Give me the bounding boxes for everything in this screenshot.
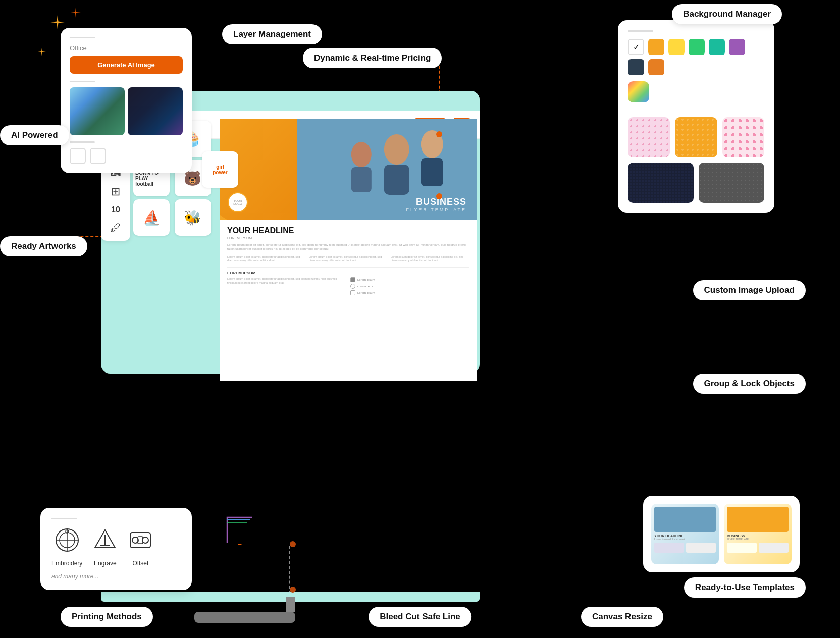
flyer: YOUR LOGO BUSINESS FLYER TEMPLATE YOUR H… — [220, 119, 477, 381]
flyer-columns: Lorem ipsum dolor sit amet, consectetur … — [227, 255, 469, 263]
pattern-dark2[interactable] — [699, 163, 764, 203]
template-thumb-2[interactable]: BUSINESS FLYER TEMPLATE — [724, 504, 792, 564]
clipart-item[interactable]: 🐝 — [175, 199, 211, 236]
bg-pattern-row2 — [628, 163, 764, 203]
color-teal[interactable] — [709, 39, 725, 55]
engrave-label: Engrave — [94, 560, 117, 567]
embroidery-icon — [55, 527, 80, 557]
clipart-girl-power[interactable]: girlpower — [202, 151, 238, 188]
svg-point-1 — [384, 134, 409, 165]
svg-rect-16 — [130, 533, 150, 548]
color-green[interactable] — [689, 39, 705, 55]
svg-rect-4 — [421, 158, 443, 186]
svg-point-5 — [351, 142, 372, 167]
pattern-orange[interactable] — [675, 117, 717, 157]
svg-rect-2 — [384, 165, 409, 195]
ai-checkboxes — [70, 148, 183, 164]
canvas-area: YOUR LOGO BUSINESS FLYER TEMPLATE YOUR H… — [220, 119, 477, 381]
ai-checkbox-2[interactable] — [90, 148, 106, 164]
bubble-ready-artworks: Ready Artworks — [0, 236, 87, 256]
bg-divider — [628, 30, 653, 32]
bg-color-row: ✓ — [628, 39, 764, 75]
template-thumb-1[interactable]: YOUR HEADLINE Lorem ipsum dolor sit amet — [651, 504, 719, 564]
ai-generate-button[interactable]: Generate AI Image — [70, 56, 183, 74]
flyer-body: YOUR HEADLINE LOREM IPSUM Lorem ipsum do… — [220, 220, 477, 303]
color-purple[interactable] — [729, 39, 745, 55]
bubble-group-lock: Group & Lock Objects — [693, 374, 806, 394]
color-orange[interactable] — [648, 39, 664, 55]
pattern-pink[interactable] — [628, 117, 670, 157]
ai-panel-label: Office — [70, 44, 183, 52]
bg-separator — [628, 110, 764, 110]
svg-point-17 — [132, 537, 138, 543]
print-divider — [51, 518, 77, 519]
color-dark-blue[interactable] — [628, 59, 644, 75]
bubble-ai-powered: AI Powered — [0, 125, 69, 145]
bubble-bleed-cut: Bleed Cut Safe Line — [369, 607, 471, 627]
offset-icon — [128, 527, 153, 557]
ai-panel-divider3 — [70, 141, 95, 143]
pattern-pink2[interactable] — [722, 117, 764, 157]
embroidery-label: Embroidery — [51, 560, 82, 567]
bubble-background-manager: Background Manager — [672, 4, 782, 24]
ai-panel: Office Generate AI Image — [61, 28, 192, 173]
color-yellow[interactable] — [668, 39, 685, 55]
ai-panel-divider — [70, 37, 95, 38]
bubble-custom-image-upload: Custom Image Upload — [693, 280, 806, 300]
bg-manager-panel: ✓ — [618, 20, 774, 213]
monitor-neck — [286, 597, 295, 612]
svg-point-7 — [237, 544, 242, 545]
svg-rect-6 — [351, 167, 372, 192]
printing-panel: Embroidery Engrave Offset — [40, 508, 192, 590]
print-engrave: Engrave — [92, 527, 118, 567]
color-dark-orange[interactable] — [648, 59, 664, 75]
flyer-business-title: BUSINESS FLYER TEMPLATE — [406, 197, 466, 212]
bubble-ready-templates: Ready-to-Use Templates — [684, 577, 806, 598]
svg-point-18 — [142, 537, 148, 543]
templates-panel: YOUR HEADLINE Lorem ipsum dolor sit amet… — [643, 496, 800, 572]
print-more: and many more... — [51, 573, 181, 580]
grid-icon[interactable]: ⊞ — [111, 185, 120, 198]
ai-image-2[interactable] — [128, 87, 183, 135]
bubble-printing-methods: Printing Methods — [61, 607, 153, 627]
templates-grid: YOUR HEADLINE Lorem ipsum dolor sit amet… — [651, 504, 792, 564]
monitor-base — [194, 612, 295, 623]
bubble-dynamic-pricing: Dynamic & Real-time Pricing — [303, 48, 442, 68]
flyer-logo: YOUR LOGO — [229, 199, 247, 205]
pattern-dark1[interactable] — [628, 163, 694, 203]
sidebar-number: 10 — [111, 205, 120, 215]
offset-label: Offset — [132, 560, 148, 567]
ai-panel-divider2 — [70, 81, 95, 82]
bubble-layer-management: Layer Management — [222, 24, 322, 44]
ai-checkbox-1[interactable] — [70, 148, 86, 164]
flyer-bottom: Lorem ipsum dolor sit amet, consectetur … — [227, 277, 469, 297]
text-icon[interactable]: 🖊 — [110, 222, 121, 235]
clipart-item[interactable]: ⛵ — [133, 199, 170, 236]
print-embroidery: Embroidery — [51, 527, 82, 567]
print-methods: Embroidery Engrave Offset — [51, 527, 181, 567]
engrave-icon — [92, 527, 118, 557]
bg-pattern-row1 — [628, 117, 764, 157]
bg-gradient-picker[interactable] — [628, 81, 649, 102]
bubble-canvas-resize: Canvas Resize — [581, 607, 663, 627]
ai-images — [70, 87, 183, 135]
ai-image-1[interactable] — [70, 87, 125, 135]
print-offset: Offset — [128, 527, 153, 567]
bg-check[interactable]: ✓ — [628, 39, 644, 55]
